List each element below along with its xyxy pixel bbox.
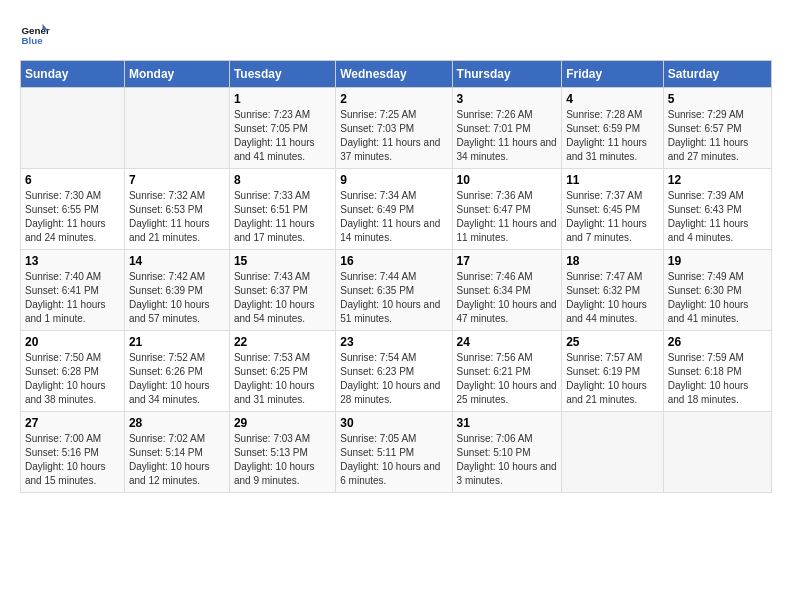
daylight-hours: Daylight: 11 hours and 34 minutes. xyxy=(457,137,557,162)
day-info: Sunrise: 7:50 AM Sunset: 6:28 PM Dayligh… xyxy=(25,351,120,407)
logo: General Blue xyxy=(20,20,50,50)
day-info: Sunrise: 7:39 AM Sunset: 6:43 PM Dayligh… xyxy=(668,189,767,245)
daylight-hours: Daylight: 11 hours and 24 minutes. xyxy=(25,218,106,243)
sunset-time: Sunset: 6:49 PM xyxy=(340,204,414,215)
calendar-cell: 9 Sunrise: 7:34 AM Sunset: 6:49 PM Dayli… xyxy=(336,169,452,250)
day-number: 20 xyxy=(25,335,120,349)
sunset-time: Sunset: 6:53 PM xyxy=(129,204,203,215)
sunrise-time: Sunrise: 7:28 AM xyxy=(566,109,642,120)
sunset-time: Sunset: 6:32 PM xyxy=(566,285,640,296)
svg-text:Blue: Blue xyxy=(22,35,44,46)
calendar-cell: 7 Sunrise: 7:32 AM Sunset: 6:53 PM Dayli… xyxy=(124,169,229,250)
day-info: Sunrise: 7:49 AM Sunset: 6:30 PM Dayligh… xyxy=(668,270,767,326)
sunset-time: Sunset: 5:13 PM xyxy=(234,447,308,458)
sunrise-time: Sunrise: 7:46 AM xyxy=(457,271,533,282)
day-number: 13 xyxy=(25,254,120,268)
sunrise-time: Sunrise: 7:29 AM xyxy=(668,109,744,120)
daylight-hours: Daylight: 10 hours and 47 minutes. xyxy=(457,299,557,324)
calendar-cell xyxy=(21,88,125,169)
daylight-hours: Daylight: 10 hours and 28 minutes. xyxy=(340,380,440,405)
day-header-saturday: Saturday xyxy=(663,61,771,88)
day-info: Sunrise: 7:36 AM Sunset: 6:47 PM Dayligh… xyxy=(457,189,558,245)
day-info: Sunrise: 7:52 AM Sunset: 6:26 PM Dayligh… xyxy=(129,351,225,407)
day-number: 27 xyxy=(25,416,120,430)
day-number: 22 xyxy=(234,335,331,349)
daylight-hours: Daylight: 10 hours and 41 minutes. xyxy=(668,299,749,324)
sunrise-time: Sunrise: 7:03 AM xyxy=(234,433,310,444)
sunset-time: Sunset: 6:39 PM xyxy=(129,285,203,296)
daylight-hours: Daylight: 11 hours and 1 minute. xyxy=(25,299,106,324)
daylight-hours: Daylight: 10 hours and 54 minutes. xyxy=(234,299,315,324)
daylight-hours: Daylight: 10 hours and 34 minutes. xyxy=(129,380,210,405)
calendar-cell: 27 Sunrise: 7:00 AM Sunset: 5:16 PM Dayl… xyxy=(21,412,125,493)
calendar-cell: 17 Sunrise: 7:46 AM Sunset: 6:34 PM Dayl… xyxy=(452,250,562,331)
sunrise-time: Sunrise: 7:42 AM xyxy=(129,271,205,282)
sunrise-time: Sunrise: 7:39 AM xyxy=(668,190,744,201)
daylight-hours: Daylight: 11 hours and 41 minutes. xyxy=(234,137,315,162)
sunset-time: Sunset: 5:14 PM xyxy=(129,447,203,458)
sunset-time: Sunset: 5:16 PM xyxy=(25,447,99,458)
sunrise-time: Sunrise: 7:47 AM xyxy=(566,271,642,282)
day-info: Sunrise: 7:53 AM Sunset: 6:25 PM Dayligh… xyxy=(234,351,331,407)
day-number: 25 xyxy=(566,335,659,349)
sunset-time: Sunset: 6:43 PM xyxy=(668,204,742,215)
sunrise-time: Sunrise: 7:44 AM xyxy=(340,271,416,282)
daylight-hours: Daylight: 10 hours and 6 minutes. xyxy=(340,461,440,486)
calendar-cell: 16 Sunrise: 7:44 AM Sunset: 6:35 PM Dayl… xyxy=(336,250,452,331)
day-info: Sunrise: 7:32 AM Sunset: 6:53 PM Dayligh… xyxy=(129,189,225,245)
sunrise-time: Sunrise: 7:37 AM xyxy=(566,190,642,201)
calendar-cell: 26 Sunrise: 7:59 AM Sunset: 6:18 PM Dayl… xyxy=(663,331,771,412)
daylight-hours: Daylight: 11 hours and 21 minutes. xyxy=(129,218,210,243)
day-info: Sunrise: 7:05 AM Sunset: 5:11 PM Dayligh… xyxy=(340,432,447,488)
calendar-cell xyxy=(124,88,229,169)
daylight-hours: Daylight: 10 hours and 18 minutes. xyxy=(668,380,749,405)
day-header-friday: Friday xyxy=(562,61,664,88)
day-number: 14 xyxy=(129,254,225,268)
sunrise-time: Sunrise: 7:23 AM xyxy=(234,109,310,120)
day-number: 29 xyxy=(234,416,331,430)
day-info: Sunrise: 7:23 AM Sunset: 7:05 PM Dayligh… xyxy=(234,108,331,164)
calendar-cell: 5 Sunrise: 7:29 AM Sunset: 6:57 PM Dayli… xyxy=(663,88,771,169)
day-info: Sunrise: 7:47 AM Sunset: 6:32 PM Dayligh… xyxy=(566,270,659,326)
sunset-time: Sunset: 6:19 PM xyxy=(566,366,640,377)
day-header-tuesday: Tuesday xyxy=(229,61,335,88)
sunset-time: Sunset: 7:05 PM xyxy=(234,123,308,134)
day-info: Sunrise: 7:59 AM Sunset: 6:18 PM Dayligh… xyxy=(668,351,767,407)
day-header-monday: Monday xyxy=(124,61,229,88)
day-number: 11 xyxy=(566,173,659,187)
day-header-wednesday: Wednesday xyxy=(336,61,452,88)
daylight-hours: Daylight: 11 hours and 4 minutes. xyxy=(668,218,749,243)
sunrise-time: Sunrise: 7:26 AM xyxy=(457,109,533,120)
sunrise-time: Sunrise: 7:36 AM xyxy=(457,190,533,201)
calendar-cell: 13 Sunrise: 7:40 AM Sunset: 6:41 PM Dayl… xyxy=(21,250,125,331)
day-info: Sunrise: 7:25 AM Sunset: 7:03 PM Dayligh… xyxy=(340,108,447,164)
calendar-cell: 2 Sunrise: 7:25 AM Sunset: 7:03 PM Dayli… xyxy=(336,88,452,169)
sunrise-time: Sunrise: 7:05 AM xyxy=(340,433,416,444)
calendar-header-row: SundayMondayTuesdayWednesdayThursdayFrid… xyxy=(21,61,772,88)
daylight-hours: Daylight: 11 hours and 14 minutes. xyxy=(340,218,440,243)
sunrise-time: Sunrise: 7:56 AM xyxy=(457,352,533,363)
calendar-cell: 1 Sunrise: 7:23 AM Sunset: 7:05 PM Dayli… xyxy=(229,88,335,169)
calendar-cell: 14 Sunrise: 7:42 AM Sunset: 6:39 PM Dayl… xyxy=(124,250,229,331)
daylight-hours: Daylight: 10 hours and 21 minutes. xyxy=(566,380,647,405)
sunset-time: Sunset: 6:55 PM xyxy=(25,204,99,215)
day-number: 26 xyxy=(668,335,767,349)
day-number: 19 xyxy=(668,254,767,268)
page-header: General Blue xyxy=(20,20,772,50)
day-info: Sunrise: 7:30 AM Sunset: 6:55 PM Dayligh… xyxy=(25,189,120,245)
calendar-cell: 23 Sunrise: 7:54 AM Sunset: 6:23 PM Dayl… xyxy=(336,331,452,412)
calendar-cell: 25 Sunrise: 7:57 AM Sunset: 6:19 PM Dayl… xyxy=(562,331,664,412)
sunset-time: Sunset: 5:10 PM xyxy=(457,447,531,458)
sunset-time: Sunset: 6:35 PM xyxy=(340,285,414,296)
calendar-cell: 6 Sunrise: 7:30 AM Sunset: 6:55 PM Dayli… xyxy=(21,169,125,250)
calendar-table: SundayMondayTuesdayWednesdayThursdayFrid… xyxy=(20,60,772,493)
calendar-cell: 3 Sunrise: 7:26 AM Sunset: 7:01 PM Dayli… xyxy=(452,88,562,169)
calendar-cell: 22 Sunrise: 7:53 AM Sunset: 6:25 PM Dayl… xyxy=(229,331,335,412)
day-info: Sunrise: 7:43 AM Sunset: 6:37 PM Dayligh… xyxy=(234,270,331,326)
calendar-cell: 21 Sunrise: 7:52 AM Sunset: 6:26 PM Dayl… xyxy=(124,331,229,412)
daylight-hours: Daylight: 11 hours and 11 minutes. xyxy=(457,218,557,243)
sunrise-time: Sunrise: 7:02 AM xyxy=(129,433,205,444)
day-info: Sunrise: 7:44 AM Sunset: 6:35 PM Dayligh… xyxy=(340,270,447,326)
day-number: 28 xyxy=(129,416,225,430)
sunset-time: Sunset: 6:26 PM xyxy=(129,366,203,377)
